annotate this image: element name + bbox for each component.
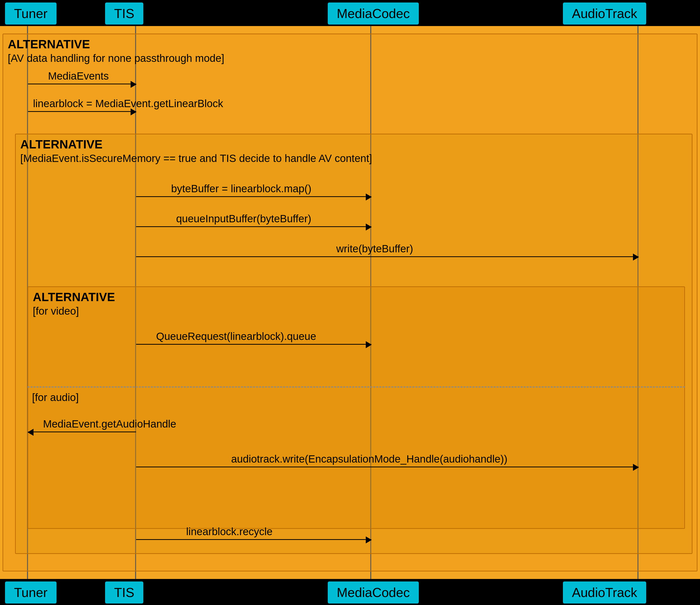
alt1-condition: [AV data handling for none passthrough m…	[8, 52, 224, 64]
dashed-separator	[27, 386, 685, 387]
alt2-label: ALTERNATIVE	[20, 138, 103, 151]
arrow-getlinearblock: linearblock = MediaEvent.getLinearBlock	[28, 111, 136, 112]
arrow-bytebuffer-map: byteBuffer = linearblock.map()	[136, 196, 371, 197]
arrow-queuerequest: QueueRequest(linearblock).queue	[136, 344, 371, 345]
alt-frame-3: ALTERNATIVE [for video]	[27, 286, 685, 529]
actors-bottom-bar: Tuner TIS MediaCodec AudioTrack	[0, 579, 700, 605]
actors-top-bar: Tuner TIS MediaCodec AudioTrack	[0, 0, 700, 26]
actor-tuner-bottom: Tuner	[5, 581, 56, 604]
arrow-write-bytebuffer: write(byteBuffer)	[136, 256, 639, 257]
alt3-label: ALTERNATIVE	[33, 290, 115, 304]
actor-tis-bottom: TIS	[105, 581, 143, 604]
alt1-label: ALTERNATIVE	[8, 37, 90, 51]
alt3-condition-video: [for video]	[33, 305, 79, 317]
diagram-main: ALTERNATIVE [AV data handling for none p…	[0, 26, 700, 579]
actor-mediacodec-top: MediaCodec	[328, 2, 419, 25]
arrow-getaudiohandle: MediaEvent.getAudioHandle	[28, 432, 136, 432]
arrow-audiotrack-write: audiotrack.write(EncapsulationMode_Handl…	[136, 466, 639, 467]
actor-audiotrack-top: AudioTrack	[563, 2, 646, 25]
arrow-queueinputbuffer: queueInputBuffer(byteBuffer)	[136, 226, 371, 227]
alt3-condition-audio: [for audio]	[32, 391, 79, 404]
actor-tuner-top: Tuner	[5, 2, 56, 25]
actor-tis-top: TIS	[105, 2, 143, 25]
diagram-container: Tuner TIS MediaCodec AudioTrack ALTERNAT…	[0, 0, 700, 605]
actor-audiotrack-bottom: AudioTrack	[563, 581, 646, 604]
arrow-linearblock-recycle: linearblock.recycle	[136, 539, 371, 540]
actor-mediacodec-bottom: MediaCodec	[328, 581, 419, 604]
alt2-condition: [MediaEvent.isSecureMemory == true and T…	[20, 152, 372, 165]
arrow-media-events: MediaEvents	[28, 83, 136, 84]
